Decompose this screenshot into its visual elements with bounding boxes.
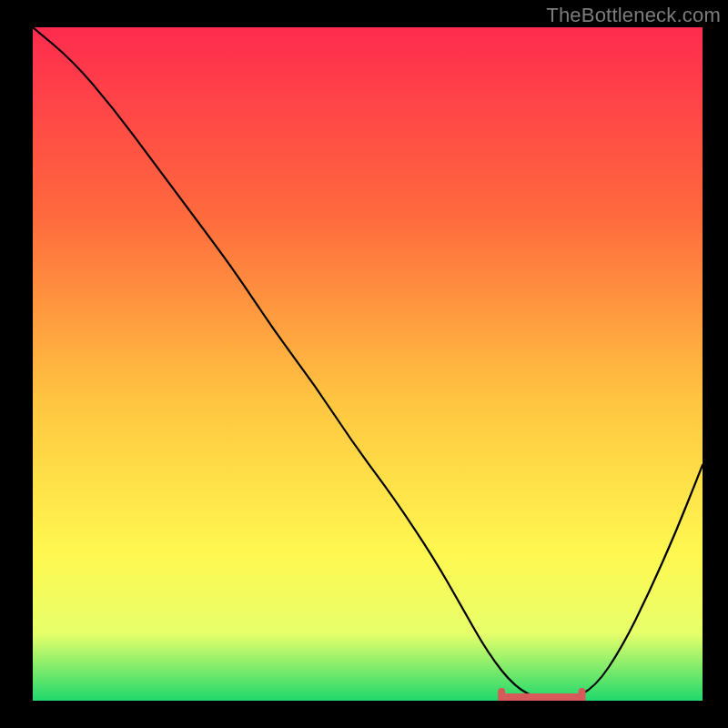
gradient-background (33, 27, 703, 701)
attribution-label: TheBottleneck.com (546, 4, 721, 27)
bottleneck-chart (33, 27, 703, 701)
chart-container (33, 27, 703, 701)
